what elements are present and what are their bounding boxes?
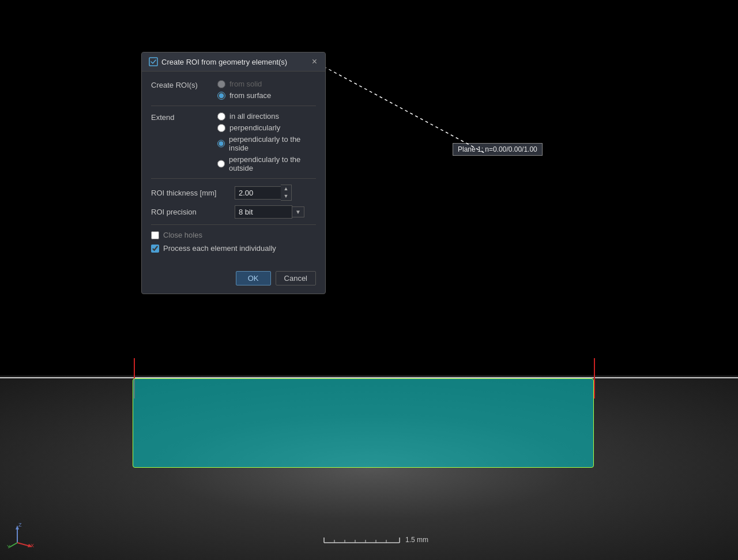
svg-text:Y: Y (7, 544, 10, 548)
from-solid-label: from solid (229, 80, 262, 88)
roi-thickness-input[interactable] (235, 186, 281, 200)
svg-line-16 (9, 543, 17, 547)
roi-precision-select[interactable]: 8 bit 16 bit 32 bit (235, 205, 292, 219)
svg-line-13 (17, 543, 30, 546)
perpendicularly-inside-option[interactable]: perpendicularly to the inside (217, 135, 316, 152)
svg-text:X: X (31, 543, 34, 548)
roi-thickness-row: ROI thickness [mm] ▲ ▼ (151, 185, 316, 201)
roi-box (133, 378, 594, 468)
perpendicularly-option[interactable]: perpendicularly (217, 123, 316, 132)
spinner-up[interactable]: ▲ (281, 185, 291, 193)
svg-rect-18 (149, 58, 157, 66)
roi-precision-row: ROI precision 8 bit 16 bit 32 bit ▼ (151, 205, 316, 219)
spinner-down[interactable]: ▼ (281, 193, 291, 200)
svg-line-0 (314, 61, 484, 153)
in-all-directions-option[interactable]: in all directions (217, 112, 316, 121)
scale-bar: 1.5 mm (323, 536, 428, 544)
from-surface-label: from surface (229, 91, 271, 100)
from-surface-option[interactable]: from surface (217, 91, 316, 100)
ok-button[interactable]: OK (236, 271, 271, 285)
dialog: Create ROI from geometry element(s) × Cr… (141, 52, 326, 294)
create-roi-row: Create ROI(s) from solid from surface (151, 80, 316, 100)
cancel-button[interactable]: Cancel (276, 271, 316, 285)
roi-thickness-spinner: ▲ ▼ (281, 185, 292, 201)
divider-1 (151, 106, 316, 106)
scale-bar-svg (323, 536, 401, 544)
roi-thickness-label: ROI thickness [mm] (151, 189, 235, 197)
in-all-directions-label: in all directions (229, 112, 279, 121)
dialog-body: Create ROI(s) from solid from surface Ex… (142, 72, 325, 265)
create-roi-controls: from solid from surface (217, 80, 316, 100)
perpendicularly-inside-label: perpendicularly to the inside (229, 135, 316, 152)
divider-2 (151, 178, 316, 179)
dialog-title-left: Create ROI from geometry element(s) (149, 57, 287, 66)
divider-3 (151, 224, 316, 225)
perpendicularly-label: perpendicularly (229, 123, 280, 132)
roi-icon (149, 57, 158, 66)
extend-row: Extend in all directions perpendicularly… (151, 112, 316, 172)
plane-tooltip: Plane 1: n=0.00/0.00/1.00 (453, 143, 543, 156)
select-arrow-icon: ▼ (292, 206, 304, 217)
process-each-checkbox[interactable] (151, 245, 159, 253)
close-button[interactable]: × (311, 57, 318, 66)
perpendicularly-outside-label: perpendicularly to the outside (229, 155, 316, 172)
perpendicularly-outside-option[interactable]: perpendicularly to the outside (217, 155, 316, 172)
dialog-title-text: Create ROI from geometry element(s) (161, 58, 287, 66)
extend-label: Extend (151, 112, 217, 122)
process-each-label: Process each element individually (163, 244, 276, 253)
close-holes-row: Close holes (151, 231, 316, 239)
extend-controls: in all directions perpendicularly perpen… (217, 112, 316, 172)
scale-bar-label: 1.5 mm (405, 536, 428, 544)
plane-tooltip-text: Plane 1: n=0.00/0.00/1.00 (458, 145, 537, 153)
dialog-titlebar: Create ROI from geometry element(s) × (142, 52, 325, 72)
roi-precision-label: ROI precision (151, 208, 235, 216)
from-solid-option[interactable]: from solid (217, 80, 316, 88)
roi-precision-select-wrap: 8 bit 16 bit 32 bit ▼ (235, 205, 316, 219)
axis-indicator: Z X Y (6, 520, 35, 548)
svg-text:Z: Z (18, 522, 22, 528)
process-each-row: Process each element individually (151, 244, 316, 253)
dialog-footer: OK Cancel (142, 265, 325, 294)
close-holes-label: Close holes (163, 231, 202, 239)
red-line-right (594, 358, 595, 399)
close-holes-checkbox[interactable] (151, 231, 159, 239)
create-roi-label: Create ROI(s) (151, 80, 217, 89)
viewport: Plane 1: n=0.00/0.00/1.00 1.5 mm Z X (0, 0, 738, 560)
roi-thickness-input-wrap: ▲ ▼ (235, 185, 316, 201)
